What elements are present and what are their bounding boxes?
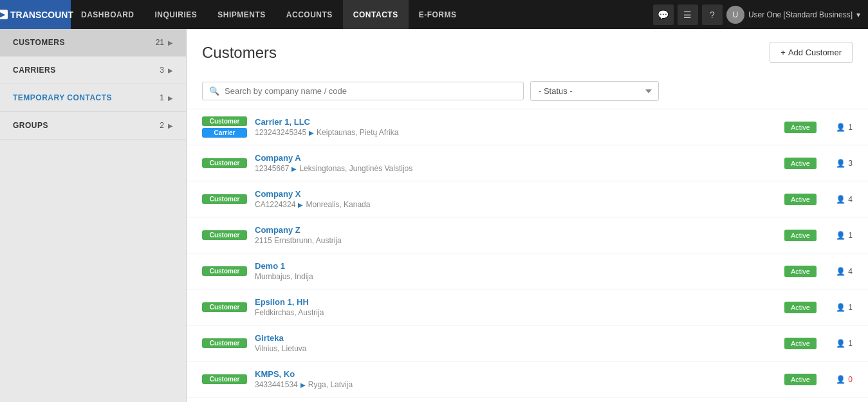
customer-location: Leksingtonas, Jungtinės Valstijos — [299, 164, 412, 173]
person-icon: 👤 — [836, 195, 845, 204]
customer-code: 12345667 — [255, 164, 289, 173]
count-value: 1 — [848, 123, 853, 132]
customer-info: Epsilon 1, HHFeldkirchas, Austrija — [247, 297, 784, 317]
customer-code: CA1224324 — [255, 200, 295, 209]
table-row[interactable]: CustomerCompany Z2115 Ernstbrunn, Austri… — [187, 217, 868, 253]
customer-code: 123243245345 — [255, 128, 306, 137]
customer-location: Ryga, Latvija — [308, 380, 353, 389]
table-row[interactable]: CustomerCompany XCA1224324 ▶ Monrealis, … — [187, 181, 868, 217]
customer-info: Carrier 1, LLC123243245345 ▶ Keiptaunas,… — [247, 117, 784, 137]
sidebar-temp-label: TEMPORARY CONTACTS — [13, 93, 112, 102]
person-icon: 👤 — [836, 267, 845, 276]
customer-name: Girteka — [255, 333, 784, 343]
contact-count: 👤0 — [827, 375, 853, 384]
customer-name: KMPS, Ko — [255, 369, 784, 379]
customer-code: 3433441534 — [255, 380, 298, 389]
badges: Customer — [202, 266, 247, 276]
carrier-badge: Carrier — [202, 128, 247, 138]
customer-info: Company A12345667 ▶ Leksingtonas, Jungti… — [247, 153, 784, 173]
count-value: 0 — [848, 375, 853, 384]
add-customer-button[interactable]: + Add Customer — [770, 42, 853, 63]
user-menu[interactable]: U User One [Standard Business] ▾ — [726, 6, 860, 24]
customer-meta: 2115 Ernstbrunn, Austrija — [255, 236, 784, 245]
customer-name: Company X — [255, 189, 784, 199]
sidebar-item-customers[interactable]: CUSTOMERS 21 ▶ — [0, 29, 186, 57]
sidebar-item-groups[interactable]: GROUPS 2 ▶ — [0, 112, 186, 140]
chat-button[interactable]: 💬 — [653, 5, 674, 25]
count-value: 1 — [848, 231, 853, 240]
search-input[interactable] — [225, 86, 517, 96]
nav-shipments[interactable]: SHIPMENTS — [207, 0, 276, 29]
sidebar-customers-label: CUSTOMERS — [13, 38, 65, 47]
sidebar-carriers-count: 3 ▶ — [160, 66, 173, 75]
customer-meta: CA1224324 ▶ Monrealis, Kanada — [255, 200, 784, 209]
person-icon: 👤 — [836, 231, 845, 240]
table-row[interactable]: CustomerGirtekaVilnius, LietuvaActive👤1 — [187, 325, 868, 361]
customer-name: Carrier 1, LLC — [255, 117, 784, 127]
count-value: 4 — [848, 267, 853, 276]
nav-items: DASHBOARD INQUIRIES SHIPMENTS ACCOUNTS C… — [71, 0, 653, 29]
customer-meta: 12345667 ▶ Leksingtonas, Jungtinės Valst… — [255, 164, 784, 173]
customer-meta: 3433441534 ▶ Ryga, Latvija — [255, 380, 784, 389]
table-row[interactable]: CustomerKMPS, Ko3433441534 ▶ Ryga, Latvi… — [187, 361, 868, 397]
customer-location: Monrealis, Kanada — [306, 200, 370, 209]
badges: Customer — [202, 230, 247, 240]
page-title: Customers — [202, 44, 277, 62]
table-row[interactable]: CustomerCompany A12345667 ▶ Leksingtonas… — [187, 145, 868, 181]
status-badge: Active — [784, 194, 817, 205]
nav-contacts[interactable]: CONTACTS — [343, 0, 409, 29]
customer-meta: 123243245345 ▶ Keiptaunas, Pietų Afrika — [255, 128, 784, 137]
logo-text: TRANSCOUNT — [10, 10, 73, 20]
list-button[interactable]: ☰ — [678, 5, 698, 25]
sidebar-item-carriers[interactable]: CARRIERS 3 ▶ — [0, 57, 186, 84]
sidebar-temp-count: 1 ▶ — [160, 93, 173, 102]
content-header: Customers + Add Customer — [187, 29, 868, 73]
badges: Customer — [202, 338, 247, 348]
customer-name: Epsilon 1, HH — [255, 297, 784, 307]
table-row[interactable]: CustomerEpsilon 1, HHFeldkirchas, Austri… — [187, 289, 868, 325]
nav-dashboard[interactable]: DASHBOARD — [71, 0, 145, 29]
nav-eforms[interactable]: E-FORMS — [409, 0, 467, 29]
status-badge: Active — [784, 158, 817, 169]
person-icon: 👤 — [836, 123, 845, 132]
contact-count: 👤1 — [827, 303, 853, 312]
arrow-icon: ▶ — [298, 201, 303, 208]
customer-info: GirtekaVilnius, Lietuva — [247, 333, 784, 353]
customer-badge: Customer — [202, 374, 247, 384]
customer-badge: Customer — [202, 266, 247, 276]
customer-badge: Customer — [202, 302, 247, 312]
customer-badge: Customer — [202, 194, 247, 204]
logo[interactable]: ▶ TRANSCOUNT — [0, 0, 71, 29]
customer-meta: Feldkirchas, Austrija — [255, 308, 784, 317]
sidebar-groups-count: 2 ▶ — [160, 121, 173, 130]
status-badge: Active — [784, 122, 817, 133]
customer-location: Feldkirchas, Austrija — [255, 308, 324, 317]
sidebar-item-temporary-contacts[interactable]: TEMPORARY CONTACTS 1 ▶ — [0, 84, 186, 112]
help-button[interactable]: ? — [702, 5, 723, 25]
status-badge: Active — [784, 374, 817, 385]
status-filter[interactable]: - Status - Active Inactive — [530, 81, 659, 101]
nav-inquiries[interactable]: INQUIRIES — [145, 0, 208, 29]
count-value: 4 — [848, 195, 853, 204]
arrow-icon: ▶ — [300, 381, 306, 388]
customer-badge: Customer — [202, 338, 247, 348]
customer-badge: Customer — [202, 158, 247, 168]
chevron-icon: ▶ — [168, 95, 173, 102]
nav-accounts[interactable]: ACCOUNTS — [276, 0, 343, 29]
badges: Customer — [202, 158, 247, 168]
customer-info: Company Z2115 Ernstbrunn, Austrija — [247, 225, 784, 245]
person-icon: 👤 — [836, 339, 845, 348]
avatar: U — [726, 6, 744, 24]
chevron-icon: ▶ — [168, 122, 173, 129]
table-row[interactable]: CustomerCarrierCarrier 1, LLC12324324534… — [187, 109, 868, 145]
table-row[interactable]: CustomerDemo 1Mumbajus, IndijaActive👤4 — [187, 253, 868, 289]
person-icon: 👤 — [836, 375, 845, 384]
customer-info: Company XCA1224324 ▶ Monrealis, Kanada — [247, 189, 784, 209]
badges: Customer — [202, 194, 247, 204]
customer-name: Company A — [255, 153, 784, 163]
status-badge: Active — [784, 266, 817, 277]
person-icon: 👤 — [836, 159, 845, 168]
customer-badge: Customer — [202, 230, 247, 240]
customer-badge: Customer — [202, 116, 247, 126]
customer-location: Keiptaunas, Pietų Afrika — [317, 128, 398, 137]
